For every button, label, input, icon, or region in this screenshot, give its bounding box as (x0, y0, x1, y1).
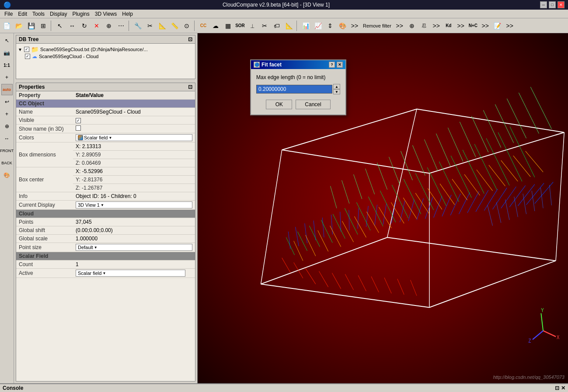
sidebar-icon-11[interactable]: 1:1 (1, 59, 13, 71)
toolbar-normal[interactable]: ⟂ (247, 20, 258, 31)
tree-expand-arrow[interactable]: ▼ (18, 47, 22, 52)
sidebar-icon-back[interactable]: ↩ (1, 96, 13, 108)
toolbar-script[interactable]: 📝 (492, 20, 503, 31)
toolbar-histogram[interactable]: 📈 (312, 20, 324, 31)
toolbar-rotate[interactable]: ↻ (79, 20, 90, 31)
toolbar-nc[interactable]: N+C (467, 20, 479, 31)
active-dropdown[interactable]: Scalar field ▼ (76, 270, 185, 277)
db-tree-maximize[interactable]: ⊡ (188, 36, 192, 42)
toolbar-sor[interactable]: SOR (234, 20, 246, 31)
toolbar-clone[interactable]: ⊕ (103, 20, 115, 31)
sidebar-icon-camera[interactable]: 📷 (1, 47, 13, 59)
menu-tools[interactable]: Tools (30, 10, 47, 17)
toolbar-cloud-btn[interactable]: ☁ (210, 20, 221, 31)
toolbar-minmax[interactable]: ⇕ (324, 20, 336, 31)
toolbar-select[interactable]: ↖ (54, 20, 66, 31)
toolbar-tool2[interactable]: ✂ (144, 20, 156, 31)
close-button[interactable]: ✕ (558, 1, 565, 8)
dialog-cancel-button[interactable]: Cancel (296, 100, 330, 109)
sidebar-icon-rotate[interactable]: + (1, 108, 13, 120)
toolbar-tool4[interactable]: 📏 (169, 20, 180, 31)
prop-showname-value[interactable] (73, 125, 195, 133)
toolbar-delete[interactable]: ✕ (91, 20, 102, 31)
toolbar-more4[interactable]: >> (455, 20, 467, 31)
prop-colors-value[interactable]: Scalar field ▼ (73, 133, 195, 142)
minimize-button[interactable]: ─ (540, 1, 547, 8)
sidebar-icon-auto[interactable]: auto (1, 84, 13, 95)
prop-display-value[interactable]: 3D View 1 ▼ (73, 201, 195, 210)
prop-active-label: Active (16, 269, 73, 278)
pointsize-dropdown[interactable]: Default ▼ (76, 244, 192, 251)
toolbar-tool3[interactable]: 📐 (157, 20, 168, 31)
display-dropdown[interactable]: 3D View 1 ▼ (76, 201, 192, 208)
toolbar-segment[interactable]: ✂ (259, 20, 270, 31)
menu-file[interactable]: File (2, 10, 15, 17)
showname-checkbox[interactable] (76, 125, 81, 131)
toolbar-sample[interactable]: ⋯ (115, 20, 127, 31)
toolbar-measure2[interactable]: 📐 (283, 20, 295, 31)
toolbar-tool5[interactable]: ⊙ (181, 20, 192, 31)
visible-checkbox[interactable]: ✓ (76, 118, 81, 123)
title-bar-controls[interactable]: ─ □ ✕ (540, 1, 565, 8)
dialog-app-icon: 🔵 (254, 62, 260, 68)
3d-viewport[interactable]: X Y Z 🔵 Fit facet ? ✕ (198, 33, 568, 383)
left-panel: DB Tree ⊡ ▼ ✓ 📁 Scane059SegCloud.txt (D:… (14, 33, 198, 383)
view-3d-area[interactable]: X Y Z 🔵 Fit facet ? ✕ (198, 33, 568, 383)
main-area: ↖ 📷 1:1 + auto ↩ + ⊕ ↔ FRONT BACK 🎨 DB T… (0, 33, 568, 383)
toolbar-kd[interactable]: Kd (443, 20, 454, 31)
toolbar-more5[interactable]: >> (480, 20, 491, 31)
sidebar-icon-pointer[interactable]: ↖ (1, 35, 13, 46)
cloud-checkbox[interactable]: ✓ (25, 54, 30, 59)
dialog-close-button[interactable]: ✕ (337, 62, 343, 68)
toolbar-translate[interactable]: ↔ (66, 20, 78, 31)
file-checkbox[interactable]: ✓ (24, 47, 29, 52)
dialog-spin-down[interactable]: ▼ (333, 89, 340, 94)
menu-plugins[interactable]: Plugins (70, 10, 92, 17)
console-title: Console (3, 385, 23, 391)
dialog-help-button[interactable]: ? (329, 62, 335, 68)
toolbar-ninja[interactable]: 忍 (418, 20, 430, 31)
sidebar-icon-plus[interactable]: + (1, 72, 13, 83)
properties-maximize[interactable]: ⊡ (188, 84, 192, 90)
toolbar-tool1[interactable]: 🔧 (132, 20, 143, 31)
menu-3dviews[interactable]: 3D Views (92, 10, 119, 17)
sidebar-icon-pan[interactable]: ↔ (1, 133, 13, 144)
toolbar-label[interactable]: 🏷 (271, 20, 282, 31)
toolbar-color-scale[interactable]: 🎨 (337, 20, 348, 31)
sidebar-icon-back2[interactable]: BACK (1, 157, 13, 169)
toolbar-lasso[interactable]: ⊕ (406, 20, 418, 31)
dialog-input-row: ▲ ▼ (256, 84, 340, 94)
menu-edit[interactable]: Edit (15, 10, 30, 17)
sidebar-icon-colors[interactable]: 🎨 (1, 170, 13, 181)
toolbar-more2[interactable]: >> (394, 20, 405, 31)
toolbar-more6[interactable]: >> (504, 20, 516, 31)
sidebar-icon-zoom[interactable]: ⊕ (1, 121, 13, 132)
dialog-input-field[interactable] (256, 85, 332, 94)
db-tree-title: DB Tree (19, 36, 38, 42)
menu-help[interactable]: Help (119, 10, 136, 17)
colors-dropdown[interactable]: Scalar field ▼ (76, 134, 192, 141)
console-close[interactable]: ✕ (561, 385, 565, 391)
toolbar-cc[interactable]: CC (198, 20, 209, 31)
prop-visible-value[interactable]: ✓ (73, 116, 195, 125)
dialog-spin-up[interactable]: ▲ (333, 84, 340, 89)
prop-boxcen-label: Box center (16, 167, 73, 192)
toolbar-more1[interactable]: >> (349, 20, 360, 31)
prop-active-value[interactable]: Scalar field ▼ (73, 269, 188, 278)
toolbar-open[interactable]: 📂 (13, 20, 24, 31)
toolbar-more3[interactable]: >> (431, 20, 442, 31)
restore-button[interactable]: □ (549, 1, 556, 8)
prop-visible-row: Visible ✓ (16, 116, 195, 125)
toolbar-remove-filter[interactable]: Remove filter (361, 22, 393, 29)
dialog-ok-button[interactable]: OK (266, 100, 292, 109)
sidebar-icon-front[interactable]: FRONT (1, 145, 13, 156)
toolbar-global-shift[interactable]: ⊞ (38, 20, 49, 31)
toolbar-new[interactable]: 📄 (1, 20, 12, 31)
toolbar-sep-1 (51, 21, 52, 31)
console-maximize[interactable]: ⊡ (555, 385, 559, 391)
toolbar-save[interactable]: 💾 (25, 20, 37, 31)
menu-display[interactable]: Display (47, 10, 70, 17)
toolbar-chart[interactable]: 📊 (300, 20, 311, 31)
toolbar-filter-btn[interactable]: ▦ (222, 20, 233, 31)
prop-pointsize-value[interactable]: Default ▼ (73, 243, 195, 252)
